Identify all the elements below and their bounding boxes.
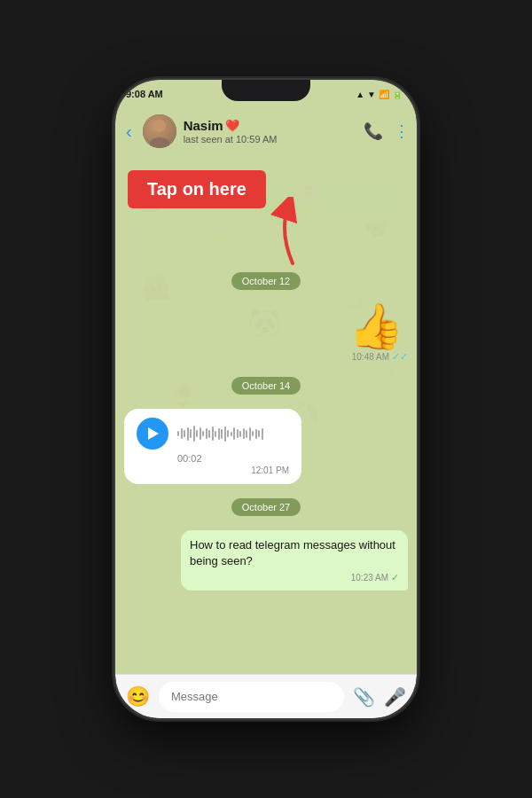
waveform-bar bbox=[212, 426, 214, 441]
back-button[interactable]: ‹ bbox=[122, 118, 136, 145]
message-input[interactable] bbox=[159, 682, 344, 712]
date-badge-oct14: October 14 bbox=[124, 377, 408, 395]
message-row-text: How to read telegram messages without be… bbox=[124, 530, 408, 591]
waveform-bar bbox=[262, 428, 263, 440]
waveform bbox=[177, 425, 289, 442]
message-text: How to read telegram messages without be… bbox=[190, 537, 399, 569]
notch bbox=[222, 80, 310, 101]
phone-frame: 9:08 AM ▲ ▼ 📶 🔋 ‹ Nasim ❤️ last seen at … bbox=[115, 80, 417, 718]
input-bar: 😊 📎 🎤 bbox=[115, 674, 417, 718]
waveform-bar bbox=[190, 429, 192, 438]
avatar[interactable] bbox=[143, 114, 176, 148]
waveform-bar bbox=[249, 427, 251, 441]
tap-banner-container: Tap on here bbox=[115, 163, 417, 208]
chat-body: 🐻 ⭐ 🌸 🦋 🌺 🐼 💫 🌻 🦄 🌙 bbox=[115, 154, 417, 674]
text-message-time: 10:23 AM bbox=[351, 573, 388, 583]
waveform-bar bbox=[243, 428, 245, 439]
message-row-thumbsup: 👍 10:48 AM ✓✓ bbox=[124, 304, 408, 363]
header-actions: 📞 ⋮ bbox=[364, 121, 410, 141]
voice-time: 12:01 PM bbox=[251, 466, 289, 475]
thumbsup-time: 10:48 AM bbox=[352, 352, 389, 362]
waveform-bar bbox=[252, 431, 254, 436]
heart-icon: ❤️ bbox=[225, 119, 239, 132]
waveform-bar bbox=[193, 426, 195, 442]
date-badge-oct27: October 27 bbox=[124, 498, 408, 516]
call-icon[interactable]: 📞 bbox=[364, 121, 383, 141]
waveform-bar bbox=[187, 427, 189, 441]
waveform-bar bbox=[200, 427, 201, 440]
waveform-bar bbox=[233, 427, 235, 440]
waveform-bar bbox=[208, 430, 210, 438]
waveform-bar bbox=[196, 430, 198, 437]
waveform-bar bbox=[184, 430, 185, 437]
waveform-bar bbox=[215, 431, 216, 437]
contact-name: Nasim ❤️ bbox=[184, 118, 356, 133]
voice-duration: 00:02 bbox=[137, 453, 289, 464]
mic-button[interactable]: 🎤 bbox=[384, 686, 406, 708]
waveform-bar bbox=[202, 431, 204, 436]
status-time: 9:08 AM bbox=[126, 89, 163, 99]
waveform-bar bbox=[255, 429, 257, 439]
waveform-bar bbox=[206, 428, 207, 439]
message-meta-thumbsup: 10:48 AM ✓✓ bbox=[352, 351, 408, 363]
attach-button[interactable]: 📎 bbox=[353, 686, 375, 708]
contact-status: last seen at 10:59 AM bbox=[184, 134, 356, 145]
play-button[interactable] bbox=[137, 418, 168, 450]
date-badge-oct12: October 12 bbox=[124, 272, 408, 290]
emoji-button[interactable]: 😊 bbox=[126, 685, 150, 708]
contact-info: Nasim ❤️ last seen at 10:59 AM bbox=[184, 118, 356, 145]
phone-inner: 9:08 AM ▲ ▼ 📶 🔋 ‹ Nasim ❤️ last seen at … bbox=[115, 80, 417, 718]
waveform-bar bbox=[218, 428, 220, 440]
chat-header: ‹ Nasim ❤️ last seen at 10:59 AM 📞 ⋮ bbox=[115, 108, 417, 154]
waveform-bar bbox=[239, 431, 241, 437]
tap-banner: Tap on here bbox=[128, 170, 266, 208]
more-icon[interactable]: ⋮ bbox=[394, 121, 410, 141]
waveform-bar bbox=[246, 430, 247, 438]
message-bubble-text: How to read telegram messages without be… bbox=[181, 530, 408, 591]
waveform-bar bbox=[177, 431, 179, 436]
waveform-bar bbox=[221, 429, 223, 439]
waveform-bar bbox=[237, 429, 239, 438]
status-icons: ▲ ▼ 📶 🔋 bbox=[356, 90, 403, 99]
thumbsup-emoji: 👍 bbox=[348, 304, 408, 348]
voice-time-row: 12:01 PM bbox=[137, 466, 289, 475]
waveform-bar bbox=[227, 430, 229, 437]
waveform-bar bbox=[258, 430, 260, 437]
text-message-check: ✓ bbox=[391, 572, 399, 583]
waveform-bar bbox=[224, 426, 226, 442]
waveform-bar bbox=[181, 428, 183, 439]
message-meta-text: 10:23 AM ✓ bbox=[190, 572, 399, 583]
chat-content: October 12 👍 10:48 AM ✓✓ October 14 bbox=[115, 208, 417, 674]
voice-bubble: 00:02 12:01 PM bbox=[124, 409, 301, 484]
thumbsup-checks: ✓✓ bbox=[392, 351, 408, 363]
play-icon bbox=[148, 427, 159, 440]
voice-content bbox=[137, 418, 289, 450]
waveform-bar bbox=[231, 432, 232, 436]
message-row-voice: 00:02 12:01 PM bbox=[124, 409, 408, 484]
